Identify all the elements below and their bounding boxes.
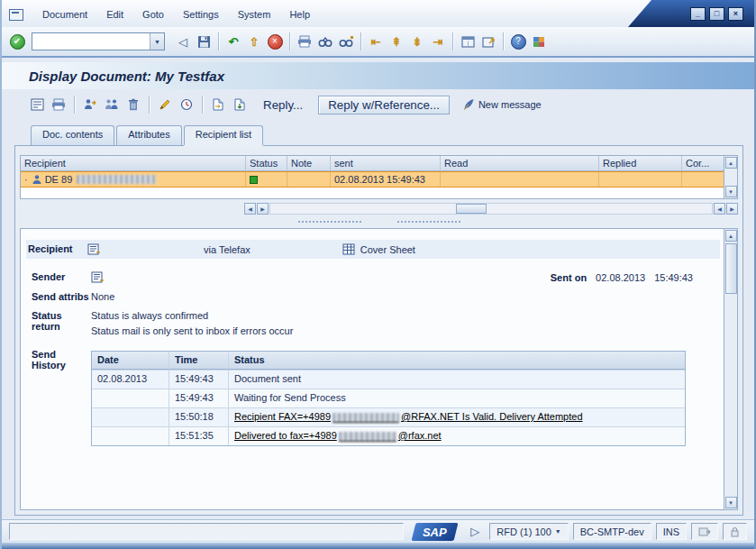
scroll-down-icon[interactable]: ▼ (725, 497, 737, 508)
recipient-number-prefix: DE 89 (45, 174, 73, 185)
history-status-link[interactable]: Recipient FAX=+4989@RFAX.NET Is Valid. D… (229, 408, 685, 426)
redacted-fax-number (332, 413, 399, 422)
menu-system[interactable]: System (229, 6, 280, 23)
find-icon (318, 36, 332, 48)
edit-icon (159, 98, 171, 111)
splitter-handle[interactable] (397, 221, 460, 223)
column-status[interactable]: Status (246, 156, 287, 171)
menu-goto[interactable]: Goto (133, 6, 173, 23)
edit-button[interactable] (155, 95, 175, 114)
sender-address-icon[interactable] (91, 271, 105, 283)
application-toolbar: Reply... Reply w/Reference... New messag… (2, 89, 754, 120)
page-down-button[interactable]: ⇟ (407, 32, 427, 51)
cover-sheet-icon[interactable] (342, 243, 355, 255)
shortcut-button[interactable] (478, 32, 498, 51)
send-attribs-row: Send attribs None (32, 291, 716, 302)
address-icon[interactable] (87, 243, 101, 255)
sent-cell: 02.08.2013 15:49:43 (331, 172, 441, 187)
new-session-button[interactable] (458, 32, 478, 51)
history-status-link[interactable]: Delivered to fax=+4989@rfax.net (229, 427, 685, 445)
sender-detail-row: Sender Sent on 02.08.2013 15:49:43 (32, 271, 716, 283)
scrollbar-thumb[interactable] (456, 204, 487, 214)
column-cor[interactable]: Cor... (682, 156, 724, 171)
cancel-button[interactable]: × (265, 32, 285, 51)
column-read[interactable]: Read (441, 156, 599, 171)
enter-button[interactable]: ✔ (7, 32, 27, 51)
find-next-button[interactable] (336, 32, 356, 51)
system-dropdown-icon[interactable]: ▼ (555, 528, 561, 535)
undo-button[interactable]: ↶ (223, 32, 243, 51)
command-field[interactable] (32, 33, 150, 50)
find-button[interactable] (315, 32, 335, 51)
scroll-right-icon[interactable]: ▶ (257, 203, 269, 215)
recipient-row[interactable]: · DE 89 02.08.2013 15:49:43 (21, 171, 724, 188)
history-status: Waiting for Send Process (229, 389, 685, 407)
tab-recipient-list[interactable]: Recipient list (184, 125, 263, 145)
page-title: Display Document: My Testfax (29, 69, 224, 84)
detail-vertical-scrollbar[interactable]: ▲ ▼ (724, 229, 737, 509)
system-field[interactable]: RFD (1) 100 ▼ (489, 523, 568, 540)
scrollbar-thumb[interactable] (725, 243, 737, 294)
history-column-status[interactable]: Status (229, 352, 685, 370)
reply-button[interactable]: Reply... (253, 96, 313, 114)
save-button[interactable] (194, 32, 214, 51)
menu-document[interactable]: Document (33, 6, 96, 23)
status-message-field (9, 523, 404, 540)
last-page-button[interactable]: ⇥ (428, 32, 448, 51)
table-vertical-scrollbar[interactable]: ▲ ▼ (724, 156, 737, 198)
reply-with-reference-button[interactable]: Reply w/Reference... (318, 96, 450, 114)
column-replied[interactable]: Replied (599, 156, 682, 171)
forward-button[interactable] (80, 95, 100, 114)
print-preview-icon (31, 98, 44, 111)
new-message-button[interactable]: New message (462, 98, 542, 111)
column-recipient[interactable]: Recipient (21, 156, 246, 171)
column-note[interactable]: Note (287, 156, 331, 171)
tab-doc-contents[interactable]: Doc. contents (31, 125, 114, 145)
scrollbar-track[interactable] (269, 203, 713, 215)
command-dropdown-button[interactable]: ▼ (150, 33, 164, 50)
menu-edit[interactable]: Edit (97, 6, 132, 23)
history-column-time[interactable]: Time (169, 352, 229, 370)
back-button[interactable]: ◁ (173, 32, 193, 51)
help-button[interactable]: ? (508, 32, 528, 51)
server-field: BC-SMTP-dev (573, 523, 651, 540)
close-button[interactable]: × (728, 7, 743, 21)
resend-button[interactable] (102, 95, 122, 114)
minimize-button[interactable]: _ (690, 7, 706, 21)
history-row: 15:49:43 Waiting for Send Process (92, 389, 685, 407)
exit-button[interactable]: ⇧ (244, 32, 264, 51)
continue-icon[interactable]: ▷ (465, 522, 485, 542)
status-return-row: Status return Status is always confirmed… (32, 310, 716, 341)
page-up-button[interactable]: ⇞ (387, 32, 406, 51)
scroll-right-icon[interactable]: ▶ (726, 203, 738, 215)
resubmit-button[interactable] (177, 95, 196, 114)
history-header: Date Time Status (92, 352, 685, 370)
command-field-wrap: ▼ (32, 32, 165, 50)
print-button[interactable] (295, 32, 314, 51)
scroll-up-icon[interactable]: ▲ (725, 157, 737, 169)
print-document-button[interactable] (49, 95, 68, 114)
column-sent[interactable]: sent (331, 156, 441, 171)
send-history-label: Send History (32, 349, 91, 371)
splitter-handle[interactable] (298, 221, 361, 223)
pane-splitter[interactable] (20, 217, 738, 226)
scroll-down-icon[interactable]: ▼ (725, 186, 737, 197)
customize-layout-button[interactable] (529, 32, 549, 51)
maximize-button[interactable]: □ (709, 7, 724, 21)
menu-help[interactable]: Help (280, 6, 319, 23)
tab-attributes[interactable]: Attributes (116, 125, 181, 145)
scroll-left-icon[interactable]: ◀ (244, 203, 256, 215)
scroll-up-icon[interactable]: ▲ (725, 230, 737, 242)
export-button[interactable] (230, 95, 250, 114)
copy-button[interactable] (208, 95, 228, 114)
insert-mode-field[interactable]: INS (656, 523, 687, 540)
delete-button[interactable] (123, 95, 143, 114)
recipient-table-header: Recipient Status Note sent Read Replied … (21, 156, 724, 171)
scroll-left-icon[interactable]: ◀ (714, 203, 725, 215)
first-page-button[interactable]: ⇤ (366, 32, 386, 51)
system-menu-icon[interactable] (9, 9, 23, 21)
print-preview-button[interactable] (27, 95, 47, 114)
history-column-date[interactable]: Date (92, 352, 169, 370)
menu-settings[interactable]: Settings (174, 6, 228, 23)
status-return-label: Status return (32, 310, 91, 332)
